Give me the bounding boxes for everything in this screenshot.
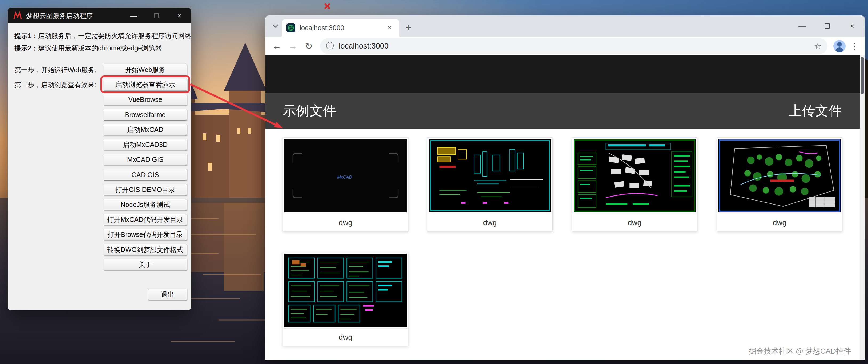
page-scrollbar[interactable] [860,56,865,360]
step-2-label: 第二步，启动浏览查看效果: [14,81,96,89]
tab-close-icon[interactable]: × [384,23,395,33]
launcher-body: 提示1：启动服务后，一定需要防火墙允许服务程序访问网络。 提示2：建议使用最新版… [8,24,191,310]
tab-strip: localhost:3000 × + — × [265,16,865,36]
browseifarme-button[interactable]: Browseifarme [104,109,187,121]
browser-tab[interactable]: localhost:3000 × [282,19,400,36]
nodejs-service-test-button[interactable]: NodeJs服务测试 [104,199,187,210]
card-grid: MxCAD dwg [265,128,865,360]
step-1-label: 第一步，开始运行Web服务: [14,66,96,74]
page-content: 示例文件 上传文件 MxCAD dwg [265,56,865,360]
tip-1-label: 提示1： [14,32,38,39]
dwg-card-label: dwg [283,214,408,231]
url-text[interactable]: localhost:3000 [339,41,814,51]
dwg-card-4[interactable]: dwg [717,137,842,232]
tab-search-chevron-icon[interactable] [269,16,282,36]
launcher-close-button[interactable]: × [168,8,191,24]
examples-title: 示例文件 [283,102,336,120]
new-tab-button[interactable]: + [403,22,414,33]
refresh-button[interactable]: ↻ [302,39,316,54]
browser-maximize-button[interactable] [815,16,840,36]
dwg-card-label: dwg [717,214,842,231]
dwg-thumbnail-1: MxCAD [283,138,408,214]
cad-gis-button[interactable]: CAD GIS [104,169,187,181]
tip-1: 提示1：启动服务后，一定需要防火墙允许服务程序访问网络。 [14,31,191,40]
about-button[interactable]: 关于 [104,259,187,270]
tip-2-label: 提示2： [14,44,38,52]
svg-text:MxCAD: MxCAD [337,175,352,179]
tab-favicon-icon [286,24,295,32]
scrollbar-thumb[interactable] [861,57,864,94]
start-web-service-button[interactable]: 开始Web服务 [104,64,187,75]
mxcad-gis-button[interactable]: MxCAD GIS [104,154,187,165]
tip-2: 提示2：建议使用最新版本的chrome或edge浏览器 [14,44,162,53]
tip-2-text: 建议使用最新版本的chrome或edge浏览器 [38,44,162,52]
dwg-card-5[interactable]: dwg [283,252,408,346]
dwg-card-3[interactable]: dwg [572,137,698,232]
browser-toolbar: ← → ↻ ⓘ localhost:3000 ☆ ⋮ [265,36,865,56]
exit-button[interactable]: 退出 [148,289,187,300]
tab-title: localhost:3000 [300,24,384,32]
dwg-thumbnail-5 [283,252,408,328]
forward-button[interactable]: → [285,39,300,54]
start-mxcad-button[interactable]: 启动MxCAD [104,124,187,135]
launcher-titlebar[interactable]: 梦想云图服务启动程序 — × [8,8,191,24]
address-bar[interactable]: ⓘ localhost:3000 ☆ [320,38,828,54]
launcher-minimize-button[interactable]: — [122,8,145,24]
launcher-window: 梦想云图服务启动程序 — × 提示1：启动服务后，一定需要防火墙允许服务程序访问… [8,8,191,310]
start-mxcad3d-button[interactable]: 启动MxCAD3D [104,139,187,150]
dwg-thumbnail-4 [717,138,842,214]
dwg-card-label: dwg [428,214,553,231]
open-gis-demo-dir-button[interactable]: 打开GIS DEMO目录 [104,184,187,195]
launcher-title: 梦想云图服务启动程序 [26,11,93,20]
open-mxcad-dev-dir-button[interactable]: 打开MxCAD代码开发目录 [104,214,187,225]
launch-browser-demo-button[interactable]: 启动浏览器查看演示 [104,79,187,90]
page-top-band [265,56,865,93]
convert-dwg-button[interactable]: 转换DWG到梦想文件格式 [104,244,187,255]
profile-avatar-icon[interactable] [833,40,846,52]
dwg-card-1[interactable]: MxCAD dwg [283,137,408,232]
dwg-thumbnail-2 [428,138,553,214]
browser-minimize-button[interactable]: — [789,16,815,36]
upload-files-button[interactable]: 上传文件 [788,102,842,120]
dwg-card-label: dwg [572,214,697,231]
back-button[interactable]: ← [270,39,284,54]
app-logo-icon [13,11,22,21]
browser-close-button[interactable]: × [840,16,865,36]
browser-menu-icon[interactable]: ⋮ [849,39,861,54]
watermark-text: 掘金技术社区 @ 梦想CAD控件 [749,346,851,356]
page-header: 示例文件 上传文件 [265,93,865,128]
desktop-shortcut-icon[interactable] [323,2,331,10]
browser-window: localhost:3000 × + — × ← → ↻ ⓘ localhost… [265,16,865,360]
dwg-thumbnail-3 [572,138,697,214]
launcher-maximize-button [145,8,168,24]
tip-1-text: 启动服务后，一定需要防火墙允许服务程序访问网络。 [38,32,191,39]
dwg-card-label: dwg [283,328,408,346]
dwg-card-2[interactable]: dwg [427,137,553,232]
site-info-icon[interactable]: ⓘ [326,40,334,52]
open-browse-dev-dir-button[interactable]: 打开Browse代码开发目录 [104,229,187,240]
bookmark-star-icon[interactable]: ☆ [814,41,822,51]
vuebrowse-button[interactable]: VueBrowse [104,94,187,105]
